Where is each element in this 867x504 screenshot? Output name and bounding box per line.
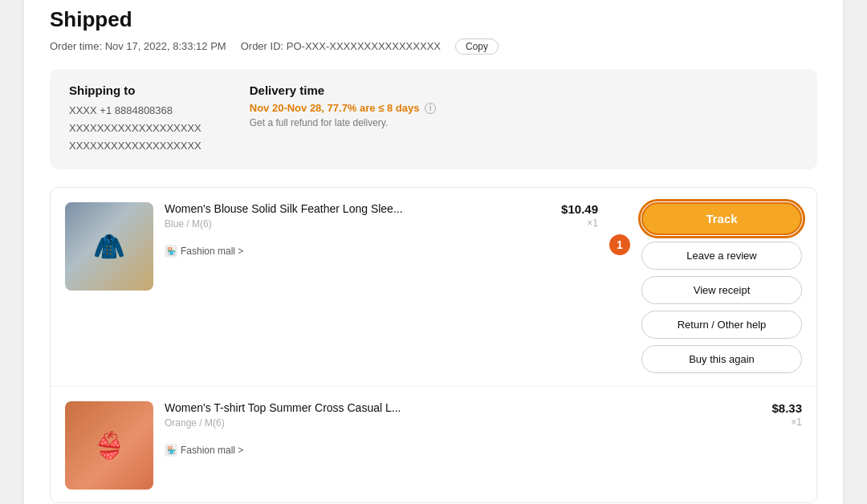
return-help-button[interactable]: Return / Other help — [641, 311, 802, 339]
order-meta: Order time: Nov 17, 2022, 8:33:12 PM Ord… — [50, 39, 817, 55]
product-image-icon-1: 🧥 — [93, 231, 125, 262]
order-card: Shipped Order time: Nov 17, 2022, 8:33:1… — [24, 0, 843, 504]
product-name-2: Women's T-shirt Top Summer Cross Casual … — [165, 401, 486, 414]
store-tag-1[interactable]: 🏪 Fashion mall > — [165, 245, 243, 258]
product-image-icon-2: 👙 — [93, 430, 125, 461]
leave-review-button[interactable]: Leave a review — [641, 242, 802, 270]
product-image-2: 👙 — [65, 401, 153, 490]
delivery-note: Get a full refund for late delivery. — [250, 117, 436, 128]
product-variant-2: Orange / M(6) — [165, 417, 727, 429]
order-id-label: Order ID: PO-XXX-XXXXXXXXXXXXXXXX — [241, 40, 441, 52]
shipping-name: XXXX +1 8884808368 — [69, 102, 201, 120]
price-qty-2: $8.33 ×1 — [738, 401, 802, 428]
product-info-1: Women's Blouse Solid Silk Feather Long S… — [165, 202, 523, 258]
shipping-address1: XXXXXXXXXXXXXXXXXXX — [69, 120, 201, 137]
product-image-1: 🧥 — [65, 202, 153, 291]
delivery-label: Delivery time — [250, 83, 436, 97]
actions-panel: Track Leave a review View receipt Return… — [641, 202, 802, 373]
delivery-date: Nov 20-Nov 28, 77.7% are ≤ 8 days i — [250, 102, 436, 115]
order-badge: 1 — [609, 234, 630, 255]
delivery-block: Delivery time Nov 20-Nov 28, 77.7% are ≤… — [250, 83, 436, 155]
info-row: Shipping to XXXX +1 8884808368 XXXXXXXXX… — [50, 69, 817, 169]
shipping-block: Shipping to XXXX +1 8884808368 XXXXXXXXX… — [69, 83, 201, 155]
qty-2: ×1 — [738, 417, 802, 428]
store-icon-2: 🏪 — [165, 444, 177, 457]
page-title: Shipped — [50, 7, 817, 32]
buy-again-button[interactable]: Buy this again — [641, 345, 802, 373]
shipping-label: Shipping to — [69, 83, 201, 97]
product-name-1: Women's Blouse Solid Silk Feather Long S… — [165, 202, 486, 215]
order-item-1: 🧥 Women's Blouse Solid Silk Feather Long… — [51, 188, 816, 387]
info-icon: i — [425, 103, 436, 114]
order-item-2: 👙 Women's T-shirt Top Summer Cross Casua… — [51, 387, 816, 502]
price-2: $8.33 — [738, 401, 802, 415]
price-1: $10.49 — [534, 202, 598, 216]
order-time-label: Order time: Nov 17, 2022, 8:33:12 PM — [50, 40, 226, 52]
price-qty-1: $10.49 ×1 — [534, 202, 598, 229]
store-name-1: Fashion mall > — [181, 246, 243, 257]
store-name-2: Fashion mall > — [181, 445, 243, 456]
product-variant-1: Blue / M(6) — [165, 218, 523, 230]
track-button[interactable]: Track — [641, 202, 802, 235]
copy-button[interactable]: Copy — [455, 39, 499, 55]
store-tag-2[interactable]: 🏪 Fashion mall > — [165, 444, 243, 457]
shipping-address2: XXXXXXXXXXXXXXXXXXX — [69, 137, 201, 155]
store-icon-1: 🏪 — [165, 245, 177, 258]
qty-1: ×1 — [534, 217, 598, 229]
orders-section: 🧥 Women's Blouse Solid Silk Feather Long… — [50, 187, 817, 503]
view-receipt-button[interactable]: View receipt — [641, 276, 802, 304]
product-info-2: Women's T-shirt Top Summer Cross Casual … — [165, 401, 727, 457]
